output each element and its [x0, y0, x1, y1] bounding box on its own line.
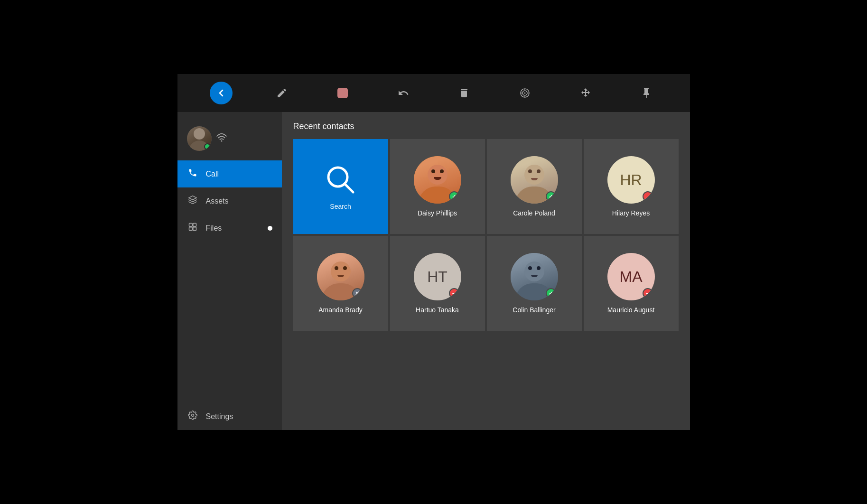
files-notification-dot	[268, 226, 272, 231]
sidebar-item-settings[interactable]: Settings	[177, 403, 282, 430]
avatar-colin: ✓	[511, 253, 558, 300]
sidebar-item-files[interactable]: Files	[177, 215, 282, 242]
mauricio-status: −	[643, 288, 653, 299]
call-icon	[187, 168, 198, 180]
avatar-daisy: ✓	[414, 156, 461, 204]
search-tile[interactable]: Search	[293, 139, 388, 234]
hilary-initials: HR	[620, 171, 642, 189]
sidebar-item-call-label: Call	[206, 170, 219, 178]
user-online-status	[204, 143, 211, 150]
amanda-name: Amanda Brady	[318, 306, 363, 314]
user-area	[177, 121, 282, 160]
hilary-name: Hilary Reyes	[612, 209, 650, 217]
content-area: Recent contacts Search	[282, 112, 690, 430]
stop-button[interactable]	[331, 82, 354, 104]
sidebar-item-settings-label: Settings	[206, 412, 233, 421]
colin-name: Colin Ballinger	[513, 306, 555, 314]
hartuo-status: −	[449, 288, 459, 299]
carole-name: Carole Poland	[513, 209, 555, 217]
avatar-hilary: HR	[607, 156, 655, 204]
svg-line-15	[345, 184, 353, 192]
contacts-grid: Search	[293, 139, 679, 331]
contact-tile-hilary[interactable]: HR Hilary Reyes	[584, 139, 679, 234]
trash-button[interactable]	[453, 82, 475, 104]
hartuo-name: Hartuo Tanaka	[416, 306, 459, 314]
undo-button[interactable]	[392, 82, 415, 104]
minus-icon: −	[452, 290, 456, 297]
back-button[interactable]	[210, 82, 233, 104]
sidebar-item-call[interactable]: Call	[177, 160, 282, 187]
check-icon: ✓	[549, 194, 553, 200]
contact-tile-amanda[interactable]: ✕ Amanda Brady	[293, 236, 388, 331]
hilary-status	[643, 191, 653, 202]
hartuo-initials: HT	[427, 268, 447, 286]
sidebar-item-assets-label: Assets	[206, 197, 229, 205]
app-window: Call Assets	[177, 74, 690, 430]
svg-rect-11	[189, 227, 192, 231]
stop-icon	[337, 88, 348, 98]
mauricio-initials: MA	[620, 268, 643, 286]
wifi-icon	[216, 133, 227, 144]
colin-status: ✓	[546, 288, 556, 299]
carole-status: ✓	[546, 191, 556, 202]
daisy-name: Daisy Phillips	[418, 209, 457, 217]
svg-point-3	[524, 93, 525, 94]
files-icon	[187, 222, 198, 234]
sidebar: Call Assets	[177, 112, 282, 430]
contact-tile-daisy[interactable]: ✓ Daisy Phillips	[390, 139, 485, 234]
avatar-mauricio: MA −	[607, 253, 655, 300]
sidebar-item-files-label: Files	[206, 224, 222, 233]
x-icon: ✕	[355, 290, 359, 297]
section-title: Recent contacts	[293, 121, 679, 131]
svg-rect-9	[189, 224, 192, 227]
avatar-hartuo: HT −	[414, 253, 461, 300]
svg-rect-10	[193, 224, 196, 227]
avatar-amanda: ✕	[317, 253, 364, 300]
search-icon	[324, 163, 358, 197]
check-icon: ✓	[452, 194, 456, 200]
check-icon: ✓	[549, 290, 553, 297]
minus-icon: −	[645, 290, 649, 297]
search-label: Search	[330, 203, 351, 210]
toolbar	[177, 74, 690, 112]
svg-point-8	[221, 140, 222, 141]
pen-button[interactable]	[270, 82, 293, 104]
svg-rect-12	[193, 227, 196, 231]
svg-point-13	[191, 414, 194, 417]
target-button[interactable]	[513, 82, 536, 104]
avatar	[187, 126, 212, 151]
avatar-carole: ✓	[511, 156, 558, 204]
move-button[interactable]	[574, 82, 597, 104]
main-content: Call Assets	[177, 112, 690, 430]
contact-tile-colin[interactable]: ✓ Colin Ballinger	[487, 236, 582, 331]
mauricio-name: Mauricio August	[607, 306, 655, 314]
assets-icon	[187, 195, 198, 207]
sidebar-item-assets[interactable]: Assets	[177, 187, 282, 215]
pin-button[interactable]	[635, 82, 658, 104]
contact-tile-carole[interactable]: ✓ Carole Poland	[487, 139, 582, 234]
daisy-status: ✓	[449, 191, 459, 202]
contact-tile-hartuo[interactable]: HT − Hartuo Tanaka	[390, 236, 485, 331]
contact-tile-mauricio[interactable]: MA − Mauricio August	[584, 236, 679, 331]
amanda-status: ✕	[352, 288, 363, 299]
settings-icon	[187, 411, 198, 422]
